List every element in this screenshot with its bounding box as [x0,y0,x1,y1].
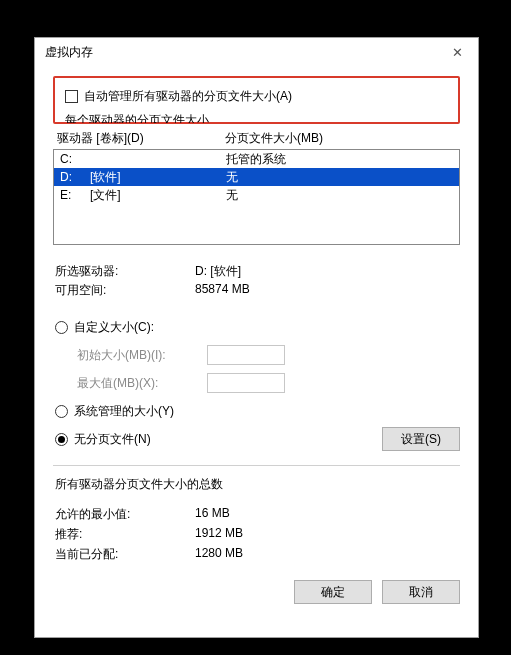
drive-row[interactable]: E:[文件]无 [54,186,459,204]
max-size-input[interactable] [207,373,285,393]
titlebar: 虚拟内存 ✕ [35,38,478,66]
selected-drive-value: D: [软件] [195,263,241,280]
currently-allocated-label: 当前已分配: [55,546,195,563]
max-size-label: 最大值(MB)(X): [77,375,207,392]
totals-block: 允许的最小值: 16 MB 推荐: 1912 MB 当前已分配: 1280 MB [55,503,460,566]
currently-allocated-value: 1280 MB [195,546,243,563]
divider [53,465,460,466]
initial-size-label: 初始大小(MB)(I): [77,347,207,364]
paging-options: 自定义大小(C): 初始大小(MB)(I): 最大值(MB)(X): 系统管理的… [55,311,460,451]
ok-button[interactable]: 确定 [294,580,372,604]
radio-none-icon[interactable] [55,433,68,446]
free-space-value: 85874 MB [195,282,250,299]
min-allowed-value: 16 MB [195,506,230,523]
close-icon[interactable]: ✕ [442,45,472,60]
radio-custom-size[interactable]: 自定义大小(C): [55,317,460,337]
set-button[interactable]: 设置(S) [382,427,460,451]
drive-list[interactable]: C:托管的系统D:[软件]无E:[文件]无 [53,149,460,245]
drive-list-header: 驱动器 [卷标](D) 分页文件大小(MB) [53,130,460,149]
auto-manage-row[interactable]: 自动管理所有驱动器的分页文件大小(A) [65,88,448,105]
min-allowed-label: 允许的最小值: [55,506,195,523]
drive-volume-label: [文件] [90,187,226,204]
drive-row[interactable]: D:[软件]无 [54,168,459,186]
dialog-content: 自动管理所有驱动器的分页文件大小(A) 每个驱动器的分页文件大小 驱动器 [卷标… [35,66,478,637]
cancel-button[interactable]: 取消 [382,580,460,604]
drive-paging-value: 无 [226,187,238,204]
virtual-memory-dialog: 虚拟内存 ✕ 自动管理所有驱动器的分页文件大小(A) 每个驱动器的分页文件大小 … [34,37,479,638]
dialog-buttons: 确定 取消 [53,580,460,604]
radio-none-label: 无分页文件(N) [74,431,151,448]
radio-system-label: 系统管理的大小(Y) [74,403,174,420]
free-space-label: 可用空间: [55,282,195,299]
drive-letter: C: [60,152,90,166]
radio-custom-icon[interactable] [55,321,68,334]
radio-custom-label: 自定义大小(C): [74,319,154,336]
selected-drive-info: 所选驱动器: D: [软件] 可用空间: 85874 MB [55,261,460,301]
drive-row[interactable]: C:托管的系统 [54,150,459,168]
col-paging-size: 分页文件大小(MB) [225,130,323,147]
col-drive-label: 驱动器 [卷标](D) [57,130,225,147]
drive-letter: E: [60,188,90,202]
auto-manage-checkbox[interactable] [65,90,78,103]
custom-size-inputs: 初始大小(MB)(I): 最大值(MB)(X): [77,343,460,395]
drive-volume-label: [软件] [90,169,226,186]
radio-no-paging[interactable]: 无分页文件(N) [55,429,151,449]
initial-size-input[interactable] [207,345,285,365]
totals-header: 所有驱动器分页文件大小的总数 [55,476,460,493]
highlight-box: 自动管理所有驱动器的分页文件大小(A) 每个驱动器的分页文件大小 [53,76,460,124]
radio-system-managed[interactable]: 系统管理的大小(Y) [55,401,460,421]
window-title: 虚拟内存 [45,44,442,61]
drive-letter: D: [60,170,90,184]
radio-system-icon[interactable] [55,405,68,418]
per-drive-header-top: 每个驱动器的分页文件大小 [65,113,448,123]
auto-manage-label: 自动管理所有驱动器的分页文件大小(A) [84,88,292,105]
drive-paging-value: 无 [226,169,238,186]
selected-drive-label: 所选驱动器: [55,263,195,280]
recommended-label: 推荐: [55,526,195,543]
recommended-value: 1912 MB [195,526,243,543]
drive-paging-value: 托管的系统 [226,151,286,168]
